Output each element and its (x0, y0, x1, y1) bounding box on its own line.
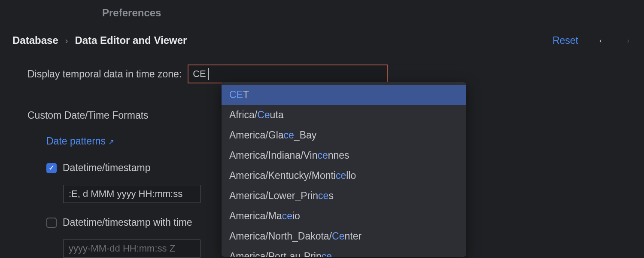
datetime-tz-checkbox-row: Datetime/timestamp with time (46, 217, 192, 228)
datetime-checkbox[interactable]: ✓ (46, 163, 57, 173)
nav-back-icon[interactable]: ← (597, 35, 608, 46)
breadcrumb-data-editor: Data Editor and Viewer (75, 34, 187, 46)
datetime-checkbox-row: ✓ Datetime/timestamp (46, 162, 151, 174)
custom-formats-title: Custom Date/Time Formats (27, 110, 149, 121)
datetime-format-input[interactable]: :E, d MMM yyyy HH:mm:ss (63, 185, 200, 203)
timezone-option[interactable]: America/Maceio (222, 206, 466, 226)
breadcrumb: Database › Data Editor and Viewer Reset … (12, 34, 632, 46)
datetime-tz-checkbox-label: Datetime/timestamp with time (63, 217, 192, 228)
timezone-option[interactable]: CET (222, 85, 466, 105)
preferences-title: Preferences (102, 7, 161, 19)
timezone-option[interactable]: America/North_Dakota/Center (222, 226, 466, 246)
timezone-setting-row: Display temporal data in time zone: (27, 64, 388, 83)
timezone-input-wrap[interactable] (188, 64, 388, 83)
date-patterns-link[interactable]: Date patterns↗ (46, 135, 114, 147)
timezone-label: Display temporal data in time zone: (27, 68, 182, 80)
timezone-input[interactable] (193, 68, 383, 80)
timezone-dropdown: CETAfrica/CeutaAmerica/Glace_BayAmerica/… (222, 82, 466, 257)
breadcrumb-database[interactable]: Database (12, 34, 58, 46)
timezone-option[interactable]: Africa/Ceuta (222, 105, 466, 125)
external-link-icon: ↗ (108, 138, 114, 146)
text-caret (208, 68, 209, 80)
timezone-option[interactable]: America/Indiana/Vincennes (222, 145, 466, 166)
nav-forward-icon: → (620, 35, 632, 46)
breadcrumb-separator: › (65, 36, 68, 46)
timezone-option[interactable]: America/Port-au-Prince (222, 246, 466, 257)
timezone-option[interactable]: America/Glace_Bay (222, 125, 466, 145)
datetime-checkbox-label: Datetime/timestamp (63, 162, 151, 174)
nav-arrows: ← → (597, 35, 632, 46)
date-patterns-link-text: Date patterns (46, 135, 106, 147)
timezone-option[interactable]: America/Kentucky/Monticello (222, 166, 466, 186)
datetime-tz-format-input[interactable]: yyyy-MM-dd HH:mm:ss Z (63, 240, 200, 258)
datetime-tz-checkbox[interactable] (46, 218, 57, 228)
reset-button[interactable]: Reset (553, 35, 578, 46)
timezone-option[interactable]: America/Lower_Princes (222, 186, 466, 206)
